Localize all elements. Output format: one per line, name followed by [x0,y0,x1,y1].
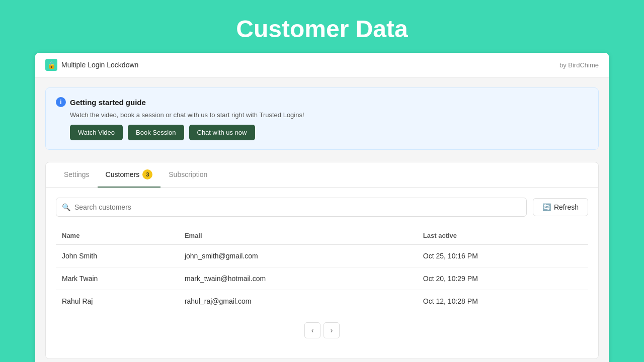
tab-subscription[interactable]: Subscription [160,162,215,188]
app-header: 🔒 Multiple Login Lockdown by BirdChime [35,53,609,77]
col-email: Email [179,227,417,245]
banner-title: Getting started guide [70,98,146,107]
col-name: Name [56,227,179,245]
app-content: i Getting started guide Watch the video,… [35,77,609,362]
table-row: John Smith john_smith@gmail.com Oct 25, … [56,245,588,267]
app-by-label: by BirdChime [559,61,599,69]
table-header: Name Email Last active [56,227,588,245]
page-title: Customer Data [10,15,634,43]
app-name-label: Multiple Login Lockdown [61,61,138,69]
info-icon: i [56,97,66,107]
refresh-button[interactable]: 🔄 Refresh [533,198,588,216]
search-refresh-row: 🔍 🔄 Refresh [56,198,588,217]
cell-name: John Smith [56,245,179,267]
banner-header: i Getting started guide [56,97,588,107]
refresh-label: Refresh [554,203,579,211]
watch-video-button[interactable]: Watch Video [70,125,123,140]
tab-customers[interactable]: Customers 3 [98,162,161,188]
cell-email: rahul_raj@gmail.com [179,290,417,313]
customers-table: Name Email Last active John Smith john_s… [56,227,588,312]
cell-last-active: Oct 20, 10:29 PM [417,267,588,290]
cell-name: Mark Twain [56,267,179,290]
book-session-button[interactable]: Book Session [128,125,184,140]
cell-email: mark_twain@hotmail.com [179,267,417,290]
cell-last-active: Oct 12, 10:28 PM [417,290,588,313]
cell-email: john_smith@gmail.com [179,245,417,267]
refresh-icon: 🔄 [542,203,551,211]
table-row: Mark Twain mark_twain@hotmail.com Oct 20… [56,267,588,290]
banner-subtitle: Watch the video, book a session or chat … [70,111,588,119]
col-last-active: Last active [417,227,588,245]
search-icon: 🔍 [62,203,70,211]
search-input[interactable] [56,198,527,217]
app-container: 🔒 Multiple Login Lockdown by BirdChime i… [35,53,609,362]
table-section: 🔍 🔄 Refresh Name Email Last active [46,188,598,358]
tabs-row: Settings Customers 3 Subscription [46,162,598,188]
app-header-left: 🔒 Multiple Login Lockdown [45,59,138,71]
prev-page-button[interactable]: ‹ [304,322,320,338]
getting-started-banner: i Getting started guide Watch the video,… [45,87,599,150]
banner-buttons: Watch Video Book Session Chat with us no… [70,125,588,140]
tab-settings[interactable]: Settings [56,162,98,188]
chat-now-button[interactable]: Chat with us now [189,125,255,140]
search-wrapper: 🔍 [56,198,527,217]
customers-badge: 3 [142,169,152,179]
main-card: Settings Customers 3 Subscription 🔍 [45,162,599,359]
table-body: John Smith john_smith@gmail.com Oct 25, … [56,245,588,313]
app-logo-icon: 🔒 [45,59,57,71]
pagination-row: ‹ › [56,312,588,348]
table-row: Rahul Raj rahul_raj@gmail.com Oct 12, 10… [56,290,588,313]
next-page-button[interactable]: › [324,322,340,338]
cell-name: Rahul Raj [56,290,179,313]
cell-last-active: Oct 25, 10:16 PM [417,245,588,267]
